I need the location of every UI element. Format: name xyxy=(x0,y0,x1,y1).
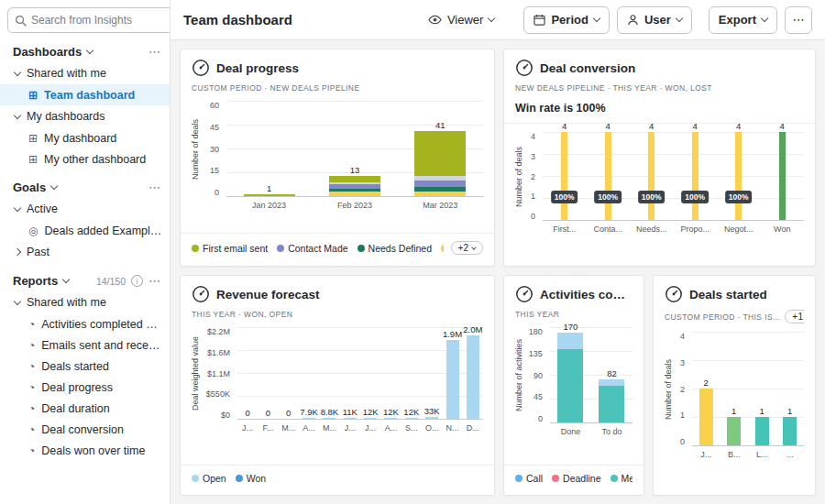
chart-column[interactable]: 1 xyxy=(720,333,748,445)
bar-segment[interactable] xyxy=(329,176,380,182)
bar[interactable] xyxy=(699,389,713,445)
dashboards-section-header[interactable]: Dashboards ⋯ xyxy=(0,40,170,62)
chart-column[interactable]: 82 xyxy=(591,328,632,422)
bar[interactable] xyxy=(446,340,459,419)
sidebar-item-team-dashboard[interactable]: ⊞ Team dashboard xyxy=(0,84,170,105)
bar[interactable] xyxy=(344,418,357,419)
bar[interactable] xyxy=(783,417,797,445)
sidebar-item-my-dashboard[interactable]: ⊞ My dashboard xyxy=(0,127,170,148)
bar-segment[interactable] xyxy=(405,418,418,419)
bar-segment[interactable] xyxy=(699,389,713,445)
sidebar-item-deals-added-goal[interactable]: ◎ Deals added Example t... xyxy=(0,220,170,241)
legend-item[interactable]: Call xyxy=(515,473,543,484)
group-dashboards-shared-with-me[interactable]: Shared with me xyxy=(0,62,170,84)
bar[interactable] xyxy=(727,417,741,445)
sidebar-item-deals-started-report[interactable]: ◔ Deals started xyxy=(0,356,170,377)
bar-segment[interactable] xyxy=(302,418,315,419)
bar-segment[interactable] xyxy=(414,131,466,176)
legend-item[interactable]: Meeting xyxy=(610,473,632,484)
sidebar-item-emails-sent-report[interactable]: ◔ Emails sent and received xyxy=(0,334,170,356)
bar[interactable] xyxy=(779,132,786,220)
goals-section-header[interactable]: Goals ⋯ xyxy=(0,176,170,198)
chart-column[interactable]: 170 xyxy=(550,328,591,422)
bar[interactable] xyxy=(561,132,567,220)
chart-column[interactable]: 4100% xyxy=(586,133,630,220)
sidebar-item-activities-completed-report[interactable]: ◔ Activities completed an... xyxy=(0,313,170,334)
chart-column[interactable]: 1 xyxy=(748,333,776,445)
chart-column[interactable]: 1.9M xyxy=(442,328,462,419)
legend-item[interactable]: Open xyxy=(192,473,226,484)
bar-segment[interactable] xyxy=(467,335,479,419)
user-button[interactable]: User xyxy=(617,6,692,34)
chart-column[interactable]: 0 xyxy=(279,328,299,419)
bar-segment[interactable] xyxy=(446,340,459,419)
bar-segment[interactable] xyxy=(727,417,741,445)
bar-segment[interactable] xyxy=(414,192,466,196)
chart-column[interactable]: 12K xyxy=(360,328,380,419)
group-reports-shared-with-me[interactable]: Shared with me xyxy=(0,291,170,313)
chart-column[interactable]: 13 xyxy=(312,102,397,196)
legend-item[interactable]: Propo... xyxy=(441,243,444,254)
subtitle-more-chip[interactable]: +1 xyxy=(785,310,804,323)
bar-segment[interactable] xyxy=(384,418,397,419)
chart-column[interactable]: 12K xyxy=(402,328,422,419)
bar-segment[interactable] xyxy=(244,194,295,196)
chart-column[interactable]: 11K xyxy=(340,328,360,419)
bar[interactable] xyxy=(405,418,418,419)
bar-segment[interactable] xyxy=(735,132,742,220)
bar-segment[interactable] xyxy=(557,349,583,422)
bar-segment[interactable] xyxy=(648,132,654,220)
legend-more-chip[interactable]: +2 xyxy=(451,241,483,255)
chart-column[interactable]: 0 xyxy=(237,328,258,419)
chart-column[interactable]: 8.8K xyxy=(319,328,339,419)
sidebar-item-deal-progress-report[interactable]: ◔ Deal progress xyxy=(0,377,170,398)
chart-column[interactable]: 4100% xyxy=(630,133,674,220)
sidebar-item-my-other-dashboard[interactable]: ⊞ My other dashboard xyxy=(0,148,170,170)
bar[interactable] xyxy=(557,333,583,422)
legend-item[interactable]: Deadline xyxy=(552,473,600,484)
bar-segment[interactable] xyxy=(557,333,583,349)
bar[interactable] xyxy=(605,132,611,220)
chart-column[interactable]: 41 xyxy=(398,102,483,196)
chart-column[interactable]: 7.9K xyxy=(299,328,319,419)
bar[interactable] xyxy=(425,417,438,419)
bar-segment[interactable] xyxy=(755,417,769,445)
bar-segment[interactable] xyxy=(692,132,698,220)
chart-column[interactable]: 2 xyxy=(692,333,720,445)
bar[interactable] xyxy=(735,132,742,220)
bar[interactable] xyxy=(648,132,654,220)
bar[interactable] xyxy=(302,418,315,419)
bar-segment[interactable] xyxy=(779,132,786,220)
chart-column[interactable]: 4100% xyxy=(673,133,717,220)
goals-more-icon[interactable]: ⋯ xyxy=(148,181,160,194)
chart-column[interactable]: 1 xyxy=(776,333,804,445)
bar-segment[interactable] xyxy=(425,417,438,419)
legend-item[interactable]: First email sent xyxy=(192,243,268,254)
bar-segment[interactable] xyxy=(323,418,336,419)
sidebar-item-deal-conversion-report[interactable]: ◔ Deal conversion xyxy=(0,419,170,440)
sidebar-item-deal-duration-report[interactable]: ◔ Deal duration xyxy=(0,398,170,419)
bar-segment[interactable] xyxy=(605,132,611,220)
bar[interactable] xyxy=(692,132,698,220)
group-my-dashboards[interactable]: My dashboards xyxy=(0,105,170,127)
bar[interactable] xyxy=(329,176,380,196)
bar-segment[interactable] xyxy=(414,181,466,187)
chart-column[interactable]: 4 xyxy=(760,133,804,220)
bar[interactable] xyxy=(244,194,295,196)
bar[interactable] xyxy=(599,379,624,422)
chart-column[interactable]: 1 xyxy=(226,102,312,196)
period-button[interactable]: Period xyxy=(523,6,609,34)
chart-column[interactable]: 0 xyxy=(258,328,278,419)
reports-section-header[interactable]: Reports 14/150 i ⋯ xyxy=(0,269,170,291)
sidebar-item-deals-won-report[interactable]: ◔ Deals won over time xyxy=(0,440,170,461)
bar-segment[interactable] xyxy=(364,418,377,419)
bar[interactable] xyxy=(384,418,397,419)
more-button[interactable]: ⋯ xyxy=(785,6,812,34)
bar[interactable] xyxy=(755,417,769,445)
legend-item[interactable]: Won xyxy=(236,473,266,484)
chart-column[interactable]: 4100% xyxy=(717,133,761,220)
bar[interactable] xyxy=(414,131,466,196)
bar-segment[interactable] xyxy=(561,132,567,220)
viewer-menu[interactable]: Viewer xyxy=(428,13,495,27)
search-input[interactable] xyxy=(31,14,170,27)
